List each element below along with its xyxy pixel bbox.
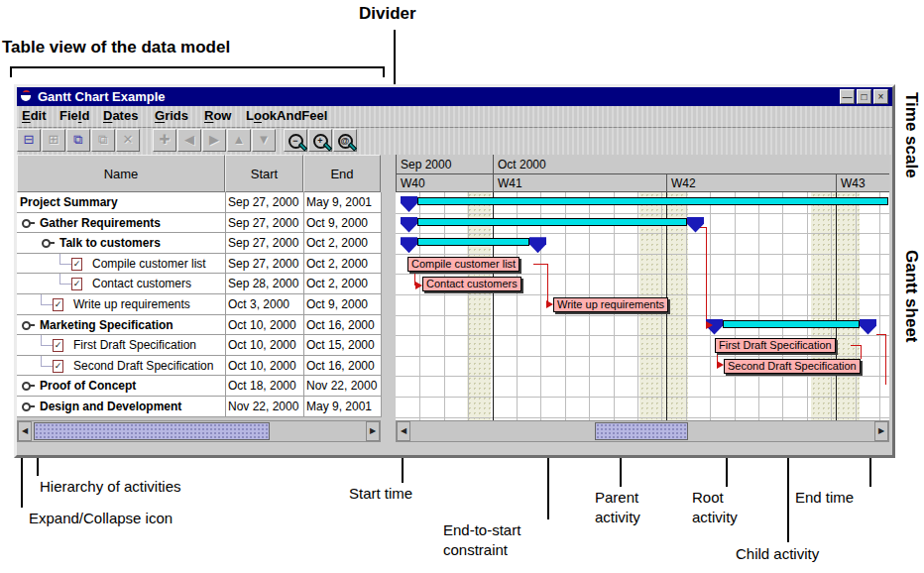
menu-mnemonic: D	[103, 108, 112, 123]
expand-row-button[interactable]: ⊞	[42, 129, 65, 152]
table-row[interactable]: Gather RequirementsSep 27, 2000Oct 9, 20…	[17, 213, 381, 234]
checkbox-icon[interactable]: ✓	[71, 258, 82, 271]
activity-start-date: Oct 10, 2000	[228, 359, 296, 373]
activity-label-box[interactable]: Compile customer list	[407, 257, 520, 272]
timescale-week-cell[interactable]: W40	[396, 174, 493, 192]
constraint-line	[851, 345, 861, 346]
zoom-out-button[interactable]: −	[284, 129, 307, 152]
table-hscrollbar-thumb[interactable]	[34, 422, 270, 440]
activity-label-box[interactable]: Write up requirements	[553, 297, 668, 312]
minimize-button[interactable]: —	[840, 89, 855, 104]
activity-start-date: Sep 27, 2000	[228, 257, 298, 271]
menu-field[interactable]: Field	[59, 108, 89, 123]
indent-button[interactable]: ▶	[202, 129, 226, 152]
collapse-row-button[interactable]: ⊟	[17, 129, 41, 152]
annotation-table-view: Table view of the data model	[2, 38, 230, 57]
table-row[interactable]: ✓Write up requirementsOct 3, 2000Oct 9, …	[17, 294, 381, 315]
activity-label-box[interactable]: Second Draft Specification	[724, 359, 861, 374]
timescale-month-label: Oct 2000	[498, 158, 546, 172]
tree-elbow	[41, 294, 53, 305]
tree-elbow	[41, 335, 53, 346]
tree-stem	[30, 405, 35, 407]
table-row[interactable]: ✓Contact customersSep 28, 2000Oct 2, 200…	[17, 274, 381, 294]
scroll-left-button[interactable]: ◀	[18, 421, 32, 441]
timescale-week-cell[interactable]: W42	[666, 174, 836, 192]
checkbox-icon[interactable]: ✓	[71, 278, 82, 290]
timescale-month-cell[interactable]: Sep 2000	[396, 155, 493, 174]
java-cup-icon	[19, 89, 34, 104]
insert-activity-button[interactable]: ✚	[153, 129, 176, 152]
split-divider[interactable]	[387, 155, 396, 442]
menu-label: d	[81, 108, 89, 123]
checkbox-icon[interactable]: ✓	[53, 339, 63, 352]
activity-name: Gather Requirements	[40, 216, 161, 230]
titlebar[interactable]: Gantt Chart Example — □ ×	[17, 87, 892, 106]
activity-end-date: Oct 2, 2000	[306, 236, 368, 250]
day-grid-line	[686, 192, 687, 420]
menu-mnemonic: o	[254, 108, 262, 123]
menu-grids[interactable]: Grids	[155, 108, 188, 123]
tree-elbow	[59, 274, 71, 285]
activity-end-date: Oct 2, 2000	[306, 257, 368, 271]
gantt-hscrollbar-thumb[interactable]	[595, 422, 688, 440]
toggle-hierarchy-button[interactable]: ⧉	[66, 129, 90, 152]
annotation-end-to-start: End-to-start constraint	[443, 520, 520, 560]
activity-start-date: Oct 10, 2000	[228, 338, 296, 352]
menu-label: okAndFeel	[262, 108, 327, 123]
toolbar: ⊟⊞⧉⧉✕✚◀▶▲▼−+@	[17, 127, 892, 155]
menu-dates[interactable]: Dates	[103, 108, 138, 123]
table-row[interactable]: Marketing SpecificationOct 10, 2000Oct 1…	[17, 315, 381, 336]
activity-name: Second Draft Specification	[73, 359, 213, 373]
scroll-left-button[interactable]: ◀	[397, 421, 410, 441]
table-row[interactable]: Proof of ConceptOct 18, 2000Nov 22, 2000	[17, 376, 381, 397]
menu-edit[interactable]: Edit	[22, 108, 47, 123]
summary-bar[interactable]	[417, 218, 687, 226]
day-grid-line	[735, 192, 736, 420]
table-row[interactable]: ✓Second Draft SpecificationOct 10, 2000O…	[17, 356, 381, 377]
delete-row-button[interactable]: ✕	[116, 129, 140, 152]
zoom-in-button[interactable]: +	[308, 129, 332, 152]
activity-label-box[interactable]: Contact customers	[422, 277, 521, 291]
table-row[interactable]: Project SummarySep 27, 2000May 9, 2001	[17, 192, 381, 213]
column-header-end[interactable]: End	[303, 155, 381, 192]
close-button[interactable]: ×	[873, 89, 888, 104]
menu-lookandfeel[interactable]: LookAndFeel	[246, 108, 327, 123]
row-grid-line	[396, 294, 889, 295]
timescale-week-cell[interactable]: W41	[493, 174, 666, 192]
zoom-fit-button[interactable]: @	[333, 129, 357, 152]
move-up-button[interactable]: ▲	[227, 129, 251, 152]
constraint-line	[547, 264, 548, 304]
table-row[interactable]: Talk to customersSep 27, 2000Oct 2, 2000	[17, 233, 381, 254]
checkbox-icon[interactable]: ✓	[53, 298, 63, 311]
menu-row[interactable]: Row	[204, 108, 231, 123]
tree-stem	[50, 242, 55, 244]
summary-bar[interactable]	[723, 320, 860, 328]
annotation-expand-collapse: Expand/Collapse icon	[29, 509, 173, 528]
annotation-start-time: Start time	[349, 484, 412, 504]
move-down-button[interactable]: ▼	[252, 129, 276, 152]
annotation-time-scale: Time scale	[901, 92, 921, 178]
activity-label-box[interactable]: First Draft Specification	[715, 338, 836, 353]
checkbox-icon[interactable]: ✓	[53, 360, 63, 373]
column-header-name[interactable]: Name	[17, 155, 225, 192]
summary-bar[interactable]	[417, 197, 888, 205]
scroll-right-button[interactable]: ▶	[874, 421, 888, 441]
tree-stem	[30, 385, 35, 387]
activity-name: Marketing Specification	[40, 318, 173, 332]
table-row[interactable]: Design and DevelopmentNov 22, 2000May 9,…	[17, 397, 381, 417]
table-row[interactable]: ✓Compile customer listSep 27, 2000Oct 2,…	[17, 254, 381, 275]
timescale-week-cell[interactable]: W43	[836, 174, 889, 192]
scroll-right-button[interactable]: ▶	[366, 421, 380, 441]
activity-name: Project Summary	[20, 195, 118, 209]
summary-bar[interactable]	[417, 238, 529, 246]
annotation-child-activity: Child activity	[736, 544, 819, 564]
timescale-month-cell[interactable]: Oct 2000	[493, 155, 889, 174]
duplicate-row-button[interactable]: ⧉	[91, 129, 115, 152]
timescale-week-label: W40	[401, 176, 425, 190]
column-header-start[interactable]: Start	[225, 155, 303, 192]
table-row[interactable]: ✓First Draft SpecificationOct 10, 2000Oc…	[17, 335, 381, 356]
maximize-button[interactable]: □	[857, 89, 871, 104]
outdent-button[interactable]: ◀	[177, 129, 201, 152]
figure-canvas: Divider Table view of the data model Tim…	[0, 0, 924, 573]
day-grid-line	[419, 192, 420, 420]
